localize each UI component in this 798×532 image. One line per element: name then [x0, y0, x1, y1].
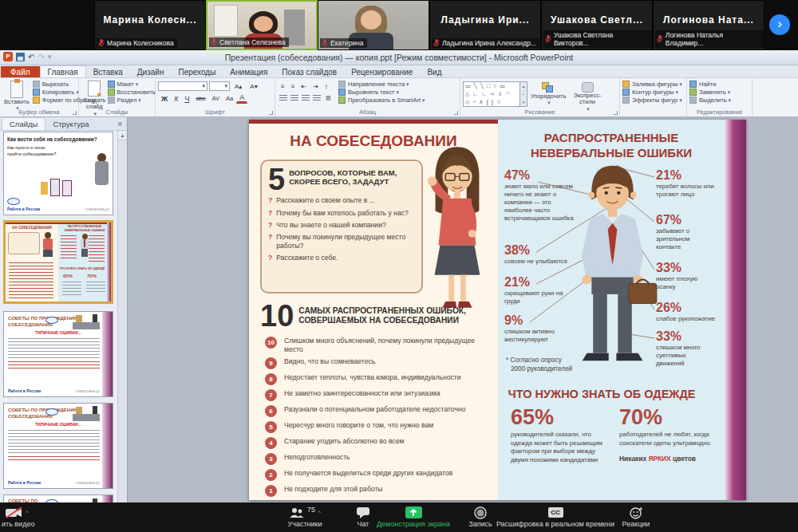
- find-button[interactable]: Найти: [689, 81, 749, 88]
- slide-thumbnail-4[interactable]: СОВЕТЫ ПО ПРОХОЖДЕНИЮ СОБЕСЕДОВАНИЯ ТИПИ…: [3, 403, 113, 489]
- participant-label: Марина Колесникова: [97, 38, 177, 48]
- next-participants-button[interactable]: ›: [769, 14, 790, 35]
- tab-file[interactable]: Файл: [1, 66, 40, 77]
- scroll-up-icon[interactable]: ▲: [118, 131, 127, 140]
- live-transcript-button[interactable]: CC Расшифровка в реальном времени: [492, 506, 619, 528]
- paste-button[interactable]: Вставить▾: [2, 80, 31, 112]
- participant-tile[interactable]: Екатерина: [318, 0, 429, 50]
- justify-button[interactable]: [313, 95, 321, 101]
- align-text-button[interactable]: Выровнять текст▾: [338, 89, 425, 96]
- mistake-item: 3Неподготовленность: [265, 453, 492, 465]
- align-center-button[interactable]: [290, 95, 298, 101]
- mistake-item: 10Слишком много объяснений, почему покин…: [265, 337, 492, 353]
- font-size-select[interactable]: ▾: [209, 81, 230, 91]
- underline-button[interactable]: Ч: [181, 94, 192, 104]
- numbering-button[interactable]: ≡: [288, 82, 298, 91]
- paragraph-dialog-launcher[interactable]: [454, 111, 458, 115]
- arrange-icon: [542, 82, 555, 93]
- text-direction-button[interactable]: Направление текста▾: [338, 81, 425, 88]
- shape-outline-button[interactable]: Контур фигуры▾: [622, 89, 684, 96]
- stat-item: 33% слишком много суетливых движений: [656, 330, 715, 368]
- share-screen-button[interactable]: Демонстрация экрана: [369, 506, 458, 528]
- mistake-item: 2Не получается выделиться среди других к…: [265, 469, 492, 481]
- tab-insert[interactable]: Вставка: [86, 66, 130, 77]
- tab-slideshow[interactable]: Показ слайдов: [275, 66, 344, 77]
- cut-icon: [33, 81, 40, 88]
- font-color-button[interactable]: А: [236, 93, 247, 104]
- decrease-font-button[interactable]: А▾: [247, 82, 260, 91]
- zoom-video-strip: Марина Колесн... Марина Колесникова Свет…: [0, 0, 798, 50]
- no-bright-colors-note: Никаких ЯРКИХ цветов: [619, 455, 712, 463]
- reactions-button[interactable]: Реакции: [614, 506, 658, 528]
- increase-font-button[interactable]: А▴: [231, 82, 245, 91]
- font-dialog-launcher[interactable]: [269, 111, 273, 115]
- slide-canvas: НА СОБЕСЕДОВАНИИ 5 ВОПРОСОВ, КОТОРЫЕ ВАМ…: [128, 117, 798, 502]
- font-name-select[interactable]: ▾: [158, 81, 207, 91]
- shape-effects-icon: [622, 97, 630, 104]
- layout-button[interactable]: Макет▾: [108, 81, 156, 88]
- man-candidate-illustration: [568, 161, 658, 370]
- mistake-item: 8Недостает теплоты, чувства юмора, индив…: [265, 373, 492, 385]
- mistake-item: 5Чересчур много говорите о том, что нужн…: [265, 421, 492, 433]
- tab-view[interactable]: Вид: [420, 66, 448, 77]
- bullets-button[interactable]: ≡: [278, 82, 288, 91]
- video-options-caret[interactable]: ^: [26, 509, 29, 516]
- participant-tile[interactable]: Ушакова Светл... Ушакова Светлана Виктор…: [541, 0, 653, 50]
- character-spacing-button[interactable]: AV: [209, 94, 223, 103]
- pane-close-icon[interactable]: ×: [113, 120, 127, 130]
- tab-review[interactable]: Рецензирование: [344, 66, 420, 77]
- thumbnail-scrollbar[interactable]: ▲: [117, 131, 127, 502]
- slide-thumbnail-3[interactable]: СОВЕТЫ ПО ПРОХОЖДЕНИЮ СОБЕСЕДОВАНИЯ ТИПИ…: [3, 311, 113, 397]
- shapes-scrollbar[interactable]: ▴▪▾: [520, 81, 527, 107]
- reset-icon: [108, 89, 115, 96]
- reset-button[interactable]: Восстановить: [108, 89, 156, 96]
- stat-item: 67% забывают о зрительном контакте: [656, 214, 715, 251]
- current-slide[interactable]: НА СОБЕСЕДОВАНИИ 5 ВОПРОСОВ, КОТОРЫЕ ВАМ…: [249, 120, 746, 500]
- participant-tile[interactable]: Логинова Ната... Логинова Наталья Владим…: [653, 0, 764, 50]
- participants-caret[interactable]: ^: [318, 509, 321, 516]
- slide-left-column: НА СОБЕСЕДОВАНИИ 5 ВОПРОСОВ, КОТОРЫЕ ВАМ…: [249, 120, 498, 500]
- italic-button[interactable]: К: [171, 94, 181, 104]
- increase-indent-button[interactable]: ⇥: [310, 82, 322, 91]
- replace-button[interactable]: Заменить▾: [689, 89, 749, 96]
- bold-button[interactable]: Ж: [158, 94, 171, 104]
- participant-tile[interactable]: Ладыгина Ири... Ладыгина Ирина Александр…: [429, 0, 541, 50]
- arrange-button[interactable]: Упорядочить▾: [527, 81, 569, 107]
- smartart-button[interactable]: Преобразовать в SmartArt▾: [338, 97, 425, 104]
- clipboard-dialog-launcher[interactable]: [73, 111, 77, 115]
- change-case-button[interactable]: Aa: [223, 94, 236, 103]
- select-button[interactable]: Выделить▾: [689, 97, 749, 104]
- participant-label: Екатерина: [320, 38, 367, 48]
- shape-format-stack: Заливка фигуры▾ Контур фигуры▾ Эффекты ф…: [620, 78, 687, 116]
- participant-tile[interactable]: Марина Колесн... Марина Колесникова: [94, 0, 206, 50]
- tab-home[interactable]: Главная: [40, 65, 86, 77]
- participant-label: Ладыгина Ирина Александр...: [432, 38, 539, 48]
- participant-tile-active-speaker[interactable]: Светлана Селезнева: [206, 0, 318, 50]
- questions-box: 5 ВОПРОСОВ, КОТОРЫЕ ВАМ, СКОРЕЕ ВСЕГО, З…: [260, 160, 423, 294]
- layout-icon: [108, 81, 115, 88]
- slide-thumbnail-2-selected[interactable]: НА СОБЕСЕДОВАНИИ РАСПРОСТРАНЕННЫЕ НЕВЕРБ…: [3, 220, 113, 304]
- pane-tab-slides[interactable]: Слайды: [2, 117, 45, 130]
- decrease-indent-button[interactable]: ⇤: [298, 82, 310, 91]
- tab-animation[interactable]: Анимация: [223, 66, 275, 77]
- strikethrough-button[interactable]: abc: [192, 94, 208, 103]
- shapes-gallery[interactable]: ▭ ╲ ╲ □ ○ ▭△ ∟ ∟ ⇨ ⇩ ◠◇ ~ ∧ { } ☆ ▴▪▾: [463, 81, 527, 107]
- participants-button[interactable]: 75 ^ Участники: [273, 506, 337, 528]
- slide-thumbnail-5[interactable]: СОВЕТЫ ПО: [3, 495, 113, 502]
- align-left-button[interactable]: [279, 95, 287, 101]
- shape-effects-button[interactable]: Эффекты фигур▾: [622, 97, 684, 104]
- align-right-button[interactable]: [302, 95, 310, 101]
- section-button[interactable]: Раздел▾: [108, 97, 156, 104]
- shape-fill-button[interactable]: Заливка фигуры▾: [622, 81, 684, 88]
- clipboard-group: Вставить▾ Вырезать Копировать▾ Формат по…: [0, 78, 79, 116]
- pane-tab-outline[interactable]: Структура: [45, 118, 96, 130]
- drawing-dialog-launcher[interactable]: [614, 111, 618, 115]
- slide-thumbnail-1[interactable]: Как вести себя на собеседовании? Как про…: [3, 132, 113, 215]
- tab-design[interactable]: Дизайн: [130, 66, 172, 77]
- thumbnail-list: Как вести себя на собеседовании? Как про…: [0, 131, 127, 502]
- columns-button[interactable]: ▥: [322, 94, 334, 102]
- editing-group: Найти Заменить▾ Выделить▾ Редактирование: [687, 78, 753, 116]
- line-spacing-button[interactable]: ↕: [322, 82, 331, 91]
- start-video-button[interactable]: ^ ить видео: [2, 506, 49, 528]
- tab-transitions[interactable]: Переходы: [171, 66, 223, 77]
